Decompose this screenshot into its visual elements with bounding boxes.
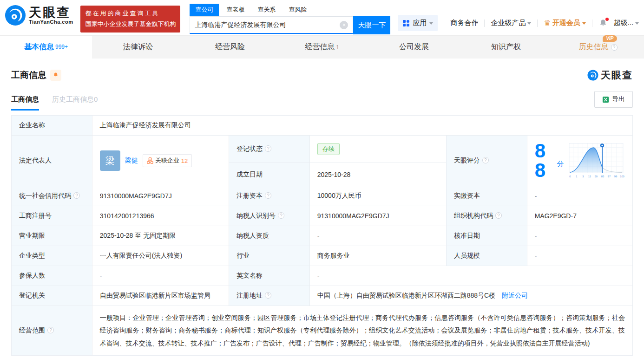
est-date-value: 2025-10-28 <box>309 163 446 186</box>
menu-cooperation[interactable]: 商务合作 <box>450 19 478 27</box>
help-icon[interactable]: ? <box>47 327 54 333</box>
export-button[interactable]: 导出 <box>594 91 633 108</box>
company-type-value: 一人有限责任公司(法人独资) <box>92 246 229 266</box>
score-unit: 分 <box>557 160 564 169</box>
menu-enterprise-products[interactable]: 企业级产品 <box>491 19 531 27</box>
credit-code-label-cell: 统一社会信用代码? <box>12 186 92 206</box>
svg-text:100: 100 <box>620 175 624 178</box>
legal-rep-avatar[interactable]: 梁 <box>100 150 120 171</box>
legal-rep-label: 法定代表人 <box>12 136 92 186</box>
staff-size-value: - <box>527 246 632 266</box>
table-row: 参保人数 - 英文名称 - <box>12 266 633 286</box>
reg-status-label: 登记状态 <box>237 145 263 152</box>
address-value-cell: 中国（上海）自由贸易试验区临港新片区环湖西二路888号C楼 附近公司 <box>309 286 632 306</box>
help-icon[interactable]: ? <box>265 292 271 299</box>
tab-label: 历史信息 <box>579 43 609 51</box>
est-date-label: 成立日期 <box>229 163 309 186</box>
help-icon[interactable]: ? <box>278 212 284 219</box>
promo-line-2: 国家中小企业发展子基金旗下机构 <box>85 19 176 30</box>
promo-line-1: 都在用的商业查询工具 <box>85 8 176 19</box>
help-icon[interactable]: ? <box>611 44 618 51</box>
vip-badge: VIP <box>603 35 617 42</box>
clear-search-icon[interactable]: × <box>340 21 348 29</box>
bell-icon <box>53 72 59 78</box>
search-tab-risk[interactable]: 查风险 <box>283 4 312 16</box>
chevron-down-icon <box>635 22 639 25</box>
tab-history-info[interactable]: 历史信息 VIP ? <box>552 36 644 59</box>
apps-menu[interactable]: 应用 <box>398 15 438 31</box>
english-name-value: - <box>309 266 632 286</box>
nearby-companies-link[interactable]: 附近公司 <box>502 292 528 299</box>
help-icon[interactable]: ? <box>482 157 489 163</box>
search-tab-company[interactable]: 查公司 <box>190 4 219 16</box>
top-menu: 应用 商务合作 企业级产品 ♛ 开通会员 超级... <box>398 15 639 31</box>
subtab-business-info[interactable]: 工商信息 <box>11 95 39 111</box>
tab-operation-risk[interactable]: 经营风险 <box>184 36 276 59</box>
notification-bell[interactable] <box>598 19 608 28</box>
org-code-value: MAG2E9GD-7 <box>527 206 632 226</box>
help-icon[interactable]: ? <box>265 192 271 199</box>
reg-status-value-cell: 存续 <box>309 136 446 163</box>
crown-icon: ♛ <box>544 19 550 27</box>
logo-title: 天眼查 <box>29 6 73 19</box>
table-row: 工商注册号 310142001213966 纳税人识别号? 91310000MA… <box>12 206 633 226</box>
industry-value: 商务服务业 <box>309 246 446 266</box>
chevron-down-icon <box>582 22 586 25</box>
table-row: 经营范围? 一般项目：企业管理；企业管理咨询；创业空间服务；园区管理服务；市场主… <box>12 306 633 356</box>
address-label: 注册地址 <box>237 292 263 299</box>
help-icon[interactable]: ? <box>495 212 502 219</box>
apps-grid-icon <box>402 20 410 27</box>
tab-label: 法律诉讼 <box>123 42 153 52</box>
search-tab-relation[interactable]: 查关系 <box>252 4 281 16</box>
related-companies-count: 12 <box>181 157 188 164</box>
reg-authority-label: 登记机关 <box>12 286 92 306</box>
business-info-section: 工商信息 天眼查 工商信息 历史工商信息0 <box>0 59 644 356</box>
taxpayer-id-label-cell: 纳税人识别号? <box>229 206 309 226</box>
sub-tabs: 工商信息 历史工商信息0 <box>11 95 98 111</box>
chevron-down-icon <box>429 22 433 25</box>
menu-user[interactable]: 超级... <box>614 19 639 27</box>
status-badge: 存续 <box>317 143 340 155</box>
tab-legal-litigation[interactable]: 法律诉讼 <box>92 36 184 59</box>
company-nav-tabs: 基本信息 999+ 法律诉讼 经营风险 经营信息 1 公司发展 知识产权 历史信… <box>0 35 644 59</box>
tab-basic-info[interactable]: 基本信息 999+ <box>0 36 92 59</box>
legal-rep-name-link[interactable]: 梁健 <box>125 156 138 165</box>
chevron-down-icon <box>527 22 531 25</box>
search-tab-boss[interactable]: 查老板 <box>221 4 250 16</box>
tab-business-info[interactable]: 经营信息 1 <box>276 36 368 59</box>
taxpayer-quality-label: 纳税人资质 <box>229 226 309 246</box>
company-name-label: 企业名称 <box>12 116 92 136</box>
address-value: 中国（上海）自由贸易试验区临港新片区环湖西二路888号C楼 <box>317 292 495 299</box>
approval-date-label: 核准日期 <box>446 226 527 246</box>
subtab-history-business-info[interactable]: 历史工商信息0 <box>52 95 98 111</box>
scope-label-cell: 经营范围? <box>12 306 92 356</box>
related-companies-badge[interactable]: 关联企业 12 <box>143 154 192 167</box>
taxpayer-id-value: 91310000MAG2E9GD7J <box>309 206 446 226</box>
reg-status-label-cell: 登记状态? <box>229 136 309 163</box>
tab-intellectual-property[interactable]: 知识产权 <box>460 36 552 59</box>
search-button[interactable]: 天眼一下 <box>353 16 390 34</box>
menu-open-vip[interactable]: ♛ 开通会员 <box>544 19 585 27</box>
svg-text:1: 1 <box>576 175 578 178</box>
org-code-label-cell: 组织机构代码? <box>446 206 527 226</box>
reg-capital-label-cell: 注册资本? <box>229 186 309 206</box>
tianyancha-logo[interactable]: 天眼查 TianYanCha.com <box>5 5 73 26</box>
tab-label: 公司发展 <box>399 42 429 52</box>
tab-company-development[interactable]: 公司发展 <box>368 36 460 59</box>
search-input[interactable] <box>195 21 340 29</box>
menu-divider <box>484 20 485 27</box>
excel-icon <box>602 96 609 103</box>
approval-date-value: - <box>527 226 632 246</box>
top-bar: 天眼查 TianYanCha.com 都在用的商业查询工具 国家中小企业发展子基… <box>0 0 644 35</box>
help-icon[interactable]: ? <box>73 192 80 199</box>
notification-dot <box>605 18 609 21</box>
svg-text:3: 3 <box>583 175 584 178</box>
industry-label: 行业 <box>229 246 309 266</box>
taxpayer-id-label: 纳税人识别号 <box>237 212 276 219</box>
watermark-text: 天眼查 <box>601 69 633 82</box>
monitor-bell-button[interactable] <box>50 70 61 81</box>
help-icon[interactable]: ? <box>265 145 271 152</box>
company-name-value: 上海临港产促经济发展有限公司 <box>92 116 632 136</box>
paid-capital-value: - <box>527 186 632 206</box>
export-label: 导出 <box>612 95 625 104</box>
